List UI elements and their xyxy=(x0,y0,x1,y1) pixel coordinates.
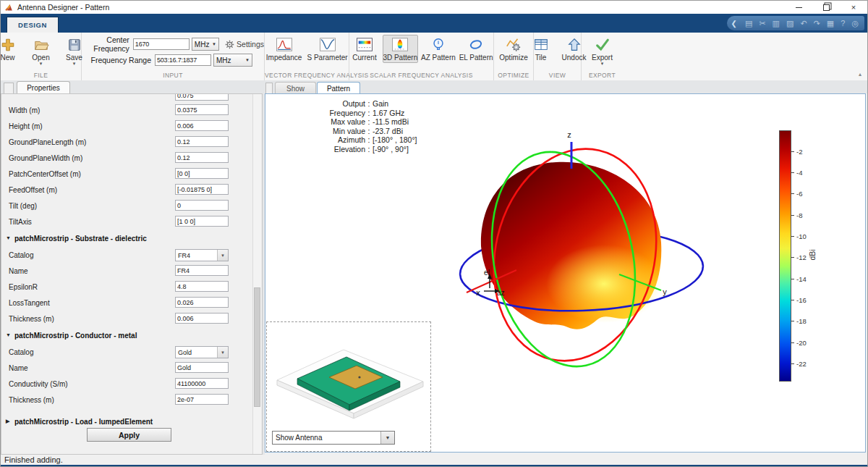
losstangent-input[interactable] xyxy=(175,297,229,308)
groundplanelength-input[interactable] xyxy=(175,136,229,147)
ribbon: New Open ▾ Save ▾ FILE Center Frequency xyxy=(1,33,867,81)
tick-mark xyxy=(791,321,794,321)
frequency-range-label: Frequency Range xyxy=(88,56,151,64)
antenna-designer-window: Antenna Designer - Pattern × DESIGN ❮ ▤ … xyxy=(0,0,868,467)
z-axis-label: z xyxy=(567,130,571,139)
substrate-catalog-select[interactable]: FR4▼ xyxy=(175,249,229,261)
apply-button[interactable]: Apply xyxy=(87,428,171,442)
height-input[interactable] xyxy=(175,120,229,131)
section-label-view: VIEW xyxy=(534,72,581,79)
impedance-plot-icon xyxy=(276,37,293,53)
colorbar-tick: -6 xyxy=(796,190,802,198)
colorbar-tick: -20 xyxy=(796,339,807,347)
resources-icon[interactable]: ◎ xyxy=(851,20,859,28)
layout-icon[interactable]: ▦ xyxy=(827,20,834,28)
el-pattern-button[interactable]: EL Pattern xyxy=(459,35,493,63)
patchcenteroffset-input[interactable] xyxy=(175,168,229,179)
copy-icon[interactable]: ▥ xyxy=(773,20,780,28)
status-text: Finished adding. xyxy=(4,455,63,464)
cut-icon[interactable]: ✂ xyxy=(759,20,765,28)
groundplanewidth-input[interactable] xyxy=(175,152,229,163)
help-icon[interactable]: ? xyxy=(841,20,845,28)
width-input[interactable] xyxy=(175,104,229,115)
s-parameter-button[interactable]: S Parameter xyxy=(306,35,349,63)
scrollbar-thumb[interactable] xyxy=(254,287,260,407)
restore-button[interactable] xyxy=(812,1,840,14)
properties-scrollbar[interactable] xyxy=(252,94,261,454)
open-button[interactable]: Open ▾ xyxy=(26,35,56,67)
tilt-input[interactable] xyxy=(175,200,229,211)
tab-pattern[interactable]: Pattern xyxy=(317,82,360,94)
section-substrate[interactable]: ▼ patchMicrostrip - Substrate - dielectr… xyxy=(1,233,247,246)
ribbon-section-input: Center Frequency MHz ▼ Settings xyxy=(82,33,265,80)
paste-icon[interactable]: ▨ xyxy=(786,20,793,28)
properties-tab-bar: Properties xyxy=(1,80,263,93)
section-label-scalar: SCALAR FREQUENCY ANALYSIS xyxy=(349,72,493,79)
feedoffset-input[interactable] xyxy=(175,184,229,195)
frequency-range-unit-select[interactable]: MHz ▼ xyxy=(213,54,252,67)
undo-icon[interactable]: ↶ xyxy=(800,20,807,28)
tile-button[interactable]: Tile xyxy=(526,35,556,63)
conductivity-input[interactable] xyxy=(175,378,229,389)
collapse-chevron-icon[interactable]: ❮ xyxy=(731,20,737,28)
export-button[interactable]: Export ▾ xyxy=(587,35,618,67)
chevron-down-icon: ▾ xyxy=(601,62,604,65)
save-icon[interactable]: ▤ xyxy=(745,20,752,28)
substrate-thickness-input[interactable] xyxy=(175,313,229,324)
property-input[interactable] xyxy=(175,93,229,101)
property-label: Thickness (m) xyxy=(9,396,54,404)
colorbar-tick: -10 xyxy=(796,232,807,240)
epsilonr-input[interactable] xyxy=(175,281,229,292)
feed-point xyxy=(358,376,360,378)
tab-show[interactable]: Show xyxy=(275,82,316,94)
settings-button[interactable]: Settings xyxy=(225,40,264,49)
undock-arrow-icon xyxy=(566,37,582,53)
properties-panel: Width (m) Height (m) GroundPlaneLength (… xyxy=(1,93,263,455)
frequency-range-input[interactable] xyxy=(155,54,211,66)
center-frequency-input[interactable] xyxy=(133,38,190,50)
conductor-thickness-input[interactable] xyxy=(175,394,229,405)
tab-design[interactable]: DESIGN xyxy=(7,17,59,33)
ribbon-section-view: Tile Undock VIEW xyxy=(534,33,582,80)
tick-mark xyxy=(791,151,794,152)
x-axis-label: x xyxy=(476,288,480,297)
colorbar-tick: -8 xyxy=(796,211,802,219)
colorbar-tick: -16 xyxy=(796,296,807,304)
ribbon-section-file: New Open ▾ Save ▾ FILE xyxy=(1,33,82,80)
antenna-preview[interactable] xyxy=(267,322,430,429)
tab-properties[interactable]: Properties xyxy=(17,81,70,94)
tick-mark xyxy=(791,257,794,258)
property-label: Conductivity (S/m) xyxy=(9,380,68,388)
conductor-name-input[interactable] xyxy=(175,362,229,373)
center-frequency-unit-select[interactable]: MHz ▼ xyxy=(192,38,219,51)
minimize-button[interactable] xyxy=(785,1,812,14)
panel-tab-stub xyxy=(4,83,14,94)
current-button[interactable]: Current xyxy=(349,35,380,63)
colorbar-tick: -14 xyxy=(796,275,807,283)
optimize-icon xyxy=(505,37,522,53)
section-conductor[interactable]: ▼ patchMicrostrip - Conductor - metal xyxy=(1,330,247,343)
section-expanded-icon: ▼ xyxy=(6,235,11,240)
impedance-button[interactable]: Impedance xyxy=(265,35,303,63)
tick-mark xyxy=(791,279,794,279)
open-folder-icon xyxy=(33,37,49,53)
close-button[interactable]: × xyxy=(840,1,867,14)
ribbon-section-export: Export ▾ EXPORT xyxy=(582,33,623,80)
ribbon-filler: ▴ xyxy=(623,33,867,80)
figure-tab-bar: Show Pattern xyxy=(265,80,868,93)
tiltaxis-input[interactable] xyxy=(175,216,229,227)
pattern-3d-button[interactable]: 3D Pattern xyxy=(383,35,418,63)
substrate-name-input[interactable] xyxy=(175,265,229,276)
colorbar-unit-label: dBi xyxy=(808,249,817,260)
chevron-down-icon: ▼ xyxy=(217,250,228,261)
antenna-preview-inset: Show Antenna ▼ xyxy=(266,321,431,452)
show-antenna-select[interactable]: Show Antenna ▼ xyxy=(272,431,395,445)
redo-icon[interactable]: ↷ xyxy=(814,20,820,28)
ribbon-collapse-icon[interactable]: ▴ xyxy=(859,71,861,77)
new-icon xyxy=(0,37,16,53)
section-expanded-icon: ▼ xyxy=(6,332,11,337)
az-pattern-button[interactable]: AZ Pattern xyxy=(421,35,456,63)
conductor-catalog-select[interactable]: Gold▼ xyxy=(175,346,229,358)
new-button[interactable]: New xyxy=(0,35,23,67)
property-label: Width (m) xyxy=(9,106,40,114)
